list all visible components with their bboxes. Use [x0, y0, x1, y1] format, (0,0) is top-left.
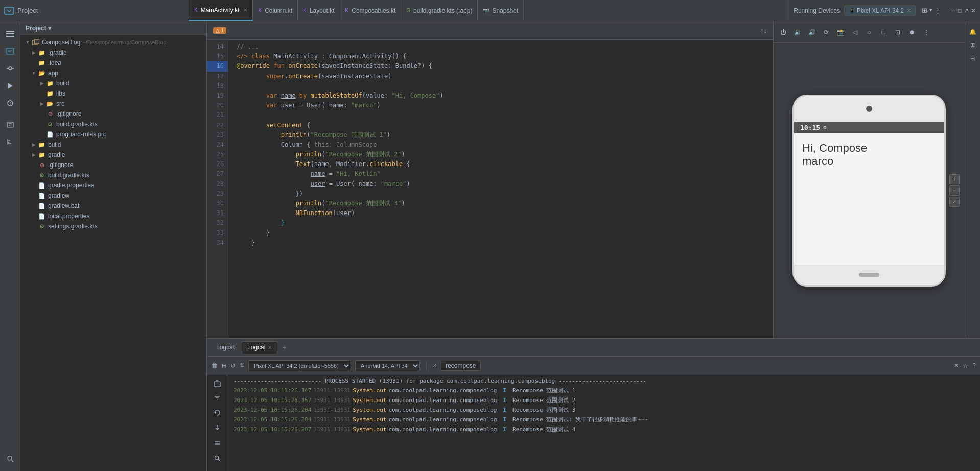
logcat-clear-icon[interactable]: 🗑 [211, 362, 218, 369]
logcat-tab-2[interactable]: Logcat ✕ [242, 341, 277, 354]
logcat-icon-settings[interactable] [210, 437, 224, 450]
code-content[interactable]: // ... </> class MainActivity : Componen… [228, 40, 773, 338]
tree-item-app-gradle[interactable]: ▶ ⚙ build.gradle.kts [20, 119, 206, 129]
log-3-pkg: com.coolpad.learning.composeblog [388, 415, 497, 424]
sidebar-icon-search[interactable] [2, 451, 18, 467]
record-btn[interactable]: ⏺ [906, 27, 918, 38]
icon-app-gradle: ⚙ [46, 120, 54, 128]
folder-icon-libs: 📁 [46, 89, 54, 98]
device-tab-close[interactable]: ✕ [907, 8, 911, 13]
tree-item-app[interactable]: ▼ 📂 app [20, 68, 206, 78]
svg-marker-28 [215, 411, 216, 414]
volume-down-btn[interactable]: 🔉 [792, 27, 803, 38]
logcat-api-selector[interactable]: Android 14, API 34 [355, 360, 420, 371]
logcat-icon-delete[interactable] [210, 377, 224, 390]
tree-item-gradlew-bat[interactable]: ▶ 📄 gradlew.bat [20, 201, 206, 211]
layout-icon[interactable]: ⊞ [922, 7, 927, 14]
tree-gradle-dir-label: gradle [48, 151, 65, 158]
rotate-btn[interactable]: ⟳ [821, 27, 832, 38]
tree-gradle-props-label: gradle.properties [48, 182, 94, 189]
more-icon[interactable]: ⋮ [935, 7, 941, 14]
screenshot-btn[interactable]: 📸 [835, 27, 846, 38]
sidebar-icon-commit[interactable] [2, 60, 18, 77]
add-logcat-tab[interactable]: + [279, 342, 290, 352]
logcat-icon-search2[interactable] [210, 452, 224, 465]
tree-item-settings-gradle[interactable]: ▶ ⚙ settings.gradle.kts [20, 221, 206, 231]
sidebar-icon-todo[interactable] [2, 116, 18, 133]
right-icon-grid[interactable]: ⊟ [967, 52, 979, 64]
editor-breadcrumb: △ 1 [213, 27, 230, 34]
tree-item-app-build[interactable]: ▶ 📁 build [20, 78, 206, 88]
tree-item-gradle-dir[interactable]: ▶ 📁 gradle [20, 150, 206, 160]
tree-item-app-gitignore[interactable]: ▶ ⊘ .gitignore [20, 109, 206, 119]
recent-btn[interactable]: □ [878, 27, 889, 38]
tree-item-root-gradle[interactable]: ▶ ⚙ build.gradle.kts [20, 170, 206, 180]
back-btn[interactable]: ◁ [849, 27, 860, 38]
home-btn[interactable]: ○ [864, 27, 875, 38]
expand-icon[interactable]: ↗ [964, 7, 969, 14]
icon-settings-gradle: ⚙ [38, 222, 46, 230]
device-tab[interactable]: 📱 Pixel XL API 34 2 ✕ [844, 5, 916, 16]
sidebar-icon-hamburger[interactable] [2, 26, 18, 42]
minimize-icon[interactable]: ─ [951, 7, 956, 14]
tab-buildgradle[interactable]: G build.gradle.kts (:app) [401, 0, 478, 21]
logcat-device-selector[interactable]: Pixel XL API 34 2 (emulator-5556) [248, 360, 351, 371]
svg-marker-8 [8, 83, 13, 89]
power-btn[interactable]: ⏻ [778, 27, 789, 38]
tree-item-gradle-hidden[interactable]: ▶ 📁 .gradle [20, 48, 206, 58]
logcat-filter-value: recompose [441, 361, 480, 371]
tree-item-idea[interactable]: ▶ 📁 .idea [20, 58, 206, 68]
maximize-icon[interactable]: □ [958, 7, 962, 14]
logcat-icon-refresh[interactable] [210, 406, 224, 419]
logcat-content[interactable]: -------------------------- PROCESS START… [227, 375, 980, 471]
logcat-tab-2-close[interactable]: ✕ [268, 345, 272, 350]
sidebar-icon-project[interactable] [2, 43, 18, 59]
close-icon[interactable]: ✕ [971, 7, 976, 14]
tab-mainactivity-close[interactable]: ✕ [243, 7, 247, 13]
tab-column[interactable]: K Column.kt [253, 0, 298, 21]
logcat-tab-1[interactable]: Logcat [211, 342, 240, 353]
fold-btn[interactable]: ⊡ [892, 27, 903, 38]
log-2-tag: System.out [353, 406, 386, 414]
volume-up-btn[interactable]: 🔊 [806, 27, 818, 38]
tree-item-gradle-props[interactable]: ▶ 📄 gradle.properties [20, 180, 206, 191]
logcat-help-icon[interactable]: ? [972, 362, 976, 369]
tree-item-root-gitignore[interactable]: ▶ ⊘ .gitignore [20, 160, 206, 170]
logcat-icon-filter[interactable] [210, 391, 224, 405]
log-4-level-wrap: I [499, 425, 510, 434]
phone-time: 10:15 [800, 124, 820, 131]
tree-item-proguard[interactable]: ▶ 📄 proguard-rules.pro [20, 129, 206, 139]
right-icon-notifications[interactable]: 🔔 [967, 26, 979, 38]
tab-composables[interactable]: K Composables.kt [340, 0, 402, 21]
tree-item-composeblog[interactable]: ▼ ComposeBlog ~/Desktop/learning/Compose… [20, 37, 206, 48]
sidebar-icon-debug[interactable] [2, 95, 18, 111]
tab-snapshot[interactable]: 📷 Snapshot [478, 0, 524, 21]
dropdown-icon[interactable]: ▾ [929, 7, 932, 14]
zoom-in-btn[interactable]: + [949, 174, 960, 184]
logcat-star-icon[interactable]: ☆ [963, 362, 968, 369]
tree-item-local-props[interactable]: ▶ 📄 local.properties [20, 211, 206, 221]
tree-item-src[interactable]: ▶ 📂 src [20, 99, 206, 109]
tree-item-libs[interactable]: ▶ 📁 libs [20, 88, 206, 99]
sidebar-icon-run[interactable] [2, 78, 18, 94]
tab-layout[interactable]: K Layout.kt [298, 0, 340, 21]
code-area[interactable]: 14 15 16 17 18 19 20 21 22 23 24 25 26 2… [207, 40, 773, 338]
tree-item-gradlew[interactable]: ▶ 📄 gradlew [20, 191, 206, 201]
tab-mainactivity[interactable]: K MainActivity.kt ✕ [189, 0, 253, 21]
logcat-icon-scroll[interactable] [210, 420, 224, 434]
logcat-refresh-icon[interactable]: ↺ [230, 362, 236, 369]
logcat-scroll-icon[interactable]: ⊞ [222, 362, 226, 369]
zoom-fit-btn[interactable]: ⤢ [949, 197, 960, 207]
more-device-btn[interactable]: ⋮ [921, 27, 932, 38]
zoom-out-btn[interactable]: − [949, 185, 960, 196]
right-icon-layout[interactable]: ⊞ [967, 39, 979, 51]
icon-gradlew-bat: 📄 [38, 202, 46, 210]
expand-editor-icon[interactable]: ↑↓ [760, 27, 767, 34]
svg-rect-2 [6, 33, 14, 34]
log-2-level: I [503, 407, 506, 413]
device-controls: ⏻ 🔉 🔊 ⟳ 📸 ◁ ○ □ ⊡ ⏺ ⋮ [778, 27, 932, 38]
logcat-close-icon[interactable]: ✕ [954, 362, 959, 369]
tree-item-root-build[interactable]: ▶ 📁 build [20, 139, 206, 150]
logcat-settings-icon[interactable]: ⇅ [240, 362, 244, 369]
sidebar-icon-structure[interactable] [2, 134, 18, 150]
